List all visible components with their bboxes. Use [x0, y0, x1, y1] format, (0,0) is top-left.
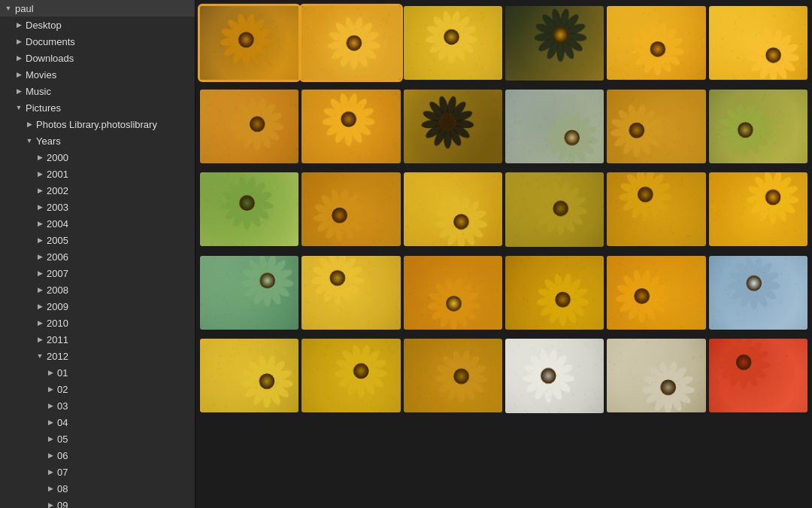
triangle-icon-m02	[45, 385, 56, 393]
sidebar-item-y2005[interactable]: 2005	[0, 232, 195, 248]
sidebar-item-m05[interactable]: 05	[0, 430, 195, 447]
photo-canvas-p8	[301, 90, 400, 163]
triangle-icon-downloads	[14, 54, 24, 62]
sidebar-item-y2010[interactable]: 2010	[0, 315, 195, 331]
photo-canvas-p9	[404, 90, 502, 163]
photo-canvas-p5	[607, 6, 705, 80]
sidebar-item-m04[interactable]: 04	[0, 414, 195, 430]
photo-cell-p5[interactable]	[607, 6, 705, 80]
photo-cell-p17[interactable]	[607, 172, 705, 246]
photo-canvas-p27	[404, 339, 502, 412]
sidebar-label-m02: 02	[56, 384, 195, 395]
photo-cell-p26[interactable]	[301, 339, 400, 412]
photo-canvas-p4	[505, 6, 604, 81]
sidebar-item-pictures[interactable]: Pictures	[0, 99, 195, 116]
photo-cell-p29[interactable]	[607, 339, 705, 412]
triangle-icon-y2001	[35, 170, 45, 178]
sidebar-label-y2002: 2002	[45, 185, 195, 196]
photo-canvas-p6	[709, 6, 807, 80]
sidebar-item-y2011[interactable]: 2011	[0, 331, 195, 348]
row-gap-0	[200, 84, 807, 87]
sidebar-label-y2003: 2003	[45, 202, 195, 213]
sidebar-item-y2006[interactable]: 2006	[0, 248, 195, 265]
sidebar-item-m01[interactable]: 01	[0, 364, 195, 381]
triangle-icon-y2005	[35, 236, 45, 244]
triangle-icon-music	[14, 87, 24, 95]
sidebar-item-y2001[interactable]: 2001	[0, 166, 195, 182]
photo-cell-p6[interactable]	[709, 6, 807, 80]
triangle-icon-m01	[45, 369, 56, 376]
sidebar-label-m05: 05	[56, 433, 195, 445]
sidebar-item-y2009[interactable]: 2009	[0, 298, 195, 315]
photo-main	[195, 0, 812, 508]
sidebar-item-m03[interactable]: 03	[0, 397, 195, 414]
photo-cell-p7[interactable]	[200, 90, 298, 163]
photo-cell-p25[interactable]	[200, 339, 298, 412]
sidebar-item-m07[interactable]: 07	[0, 464, 195, 480]
sidebar-item-photoslibrary[interactable]: Photos Library.photoslibrary	[0, 116, 195, 132]
photo-cell-p21[interactable]	[404, 256, 502, 330]
sidebar-label-downloads: Downloads	[24, 53, 195, 64]
photo-cell-p10[interactable]	[505, 90, 604, 164]
photo-cell-p3[interactable]	[404, 6, 502, 80]
photo-cell-p28[interactable]	[505, 339, 604, 413]
sidebar-label-y2009: 2009	[45, 301, 195, 312]
sidebar-item-y2004[interactable]: 2004	[0, 215, 195, 232]
sidebar-item-documents[interactable]: Documents	[0, 33, 195, 50]
triangle-icon-photoslibrary	[24, 120, 35, 128]
sidebar-item-y2008[interactable]: 2008	[0, 281, 195, 298]
photo-canvas-p24	[709, 256, 807, 330]
sidebar-item-years[interactable]: Years	[0, 132, 195, 149]
sidebar-item-movies[interactable]: Movies	[0, 66, 195, 83]
sidebar-item-desktop[interactable]: Desktop	[0, 17, 195, 33]
photo-cell-p12[interactable]	[709, 90, 807, 163]
photo-cell-p11[interactable]	[607, 90, 705, 163]
triangle-icon-y2006	[35, 253, 45, 260]
photo-cell-p15[interactable]	[404, 172, 502, 246]
photo-cell-p1[interactable]	[200, 6, 298, 80]
photo-canvas-p23	[607, 256, 705, 330]
sidebar-item-y2000[interactable]: 2000	[0, 149, 195, 166]
sidebar-item-y2007[interactable]: 2007	[0, 265, 195, 281]
photo-cell-p8[interactable]	[301, 90, 400, 163]
photo-cell-p2[interactable]	[301, 6, 400, 80]
sidebar-label-desktop: Desktop	[24, 20, 195, 31]
sidebar-label-documents: Documents	[24, 36, 195, 47]
sidebar-label-movies: Movies	[24, 69, 195, 81]
photo-cell-p27[interactable]	[404, 339, 502, 412]
photo-cell-p19[interactable]	[200, 256, 298, 330]
sidebar-label-music: Music	[24, 86, 195, 97]
sidebar-item-y2002[interactable]: 2002	[0, 182, 195, 199]
photo-cell-p9[interactable]	[404, 90, 502, 163]
sidebar-item-y2003[interactable]: 2003	[0, 199, 195, 215]
sidebar-item-paul[interactable]: paul	[0, 0, 195, 17]
photo-cell-p13[interactable]	[200, 172, 298, 246]
sidebar-item-m09[interactable]: 09	[0, 497, 195, 508]
sidebar-label-photoslibrary: Photos Library.photoslibrary	[35, 119, 195, 130]
triangle-icon-y2010	[35, 319, 45, 327]
sidebar-item-downloads[interactable]: Downloads	[0, 50, 195, 66]
photo-cell-p24[interactable]	[709, 256, 807, 330]
triangle-icon-m08	[45, 485, 56, 492]
triangle-icon-y2004	[35, 220, 45, 227]
photo-cell-p18[interactable]	[709, 172, 807, 246]
triangle-icon-y2003	[35, 203, 45, 211]
photo-cell-p16[interactable]	[505, 172, 604, 247]
sidebar-item-m06[interactable]: 06	[0, 447, 195, 464]
triangle-icon-documents	[14, 38, 24, 45]
sidebar-item-m08[interactable]: 08	[0, 480, 195, 497]
sidebar-item-y2012[interactable]: 2012	[0, 348, 195, 364]
sidebar-item-music[interactable]: Music	[0, 83, 195, 99]
photo-cell-p23[interactable]	[607, 256, 705, 330]
photo-cell-p30[interactable]	[709, 339, 807, 412]
photo-cell-p20[interactable]	[301, 256, 400, 330]
sidebar-item-m02[interactable]: 02	[0, 381, 195, 397]
sidebar-label-years: Years	[35, 135, 195, 147]
photo-canvas-p2	[301, 6, 400, 80]
photo-cell-p4[interactable]	[505, 6, 604, 81]
photo-cell-p14[interactable]	[301, 172, 400, 246]
triangle-icon-paul	[3, 5, 14, 12]
photo-canvas-p19	[200, 256, 298, 330]
photo-cell-p22[interactable]	[505, 256, 604, 330]
sidebar: paulDesktopDocumentsDownloadsMoviesMusic…	[0, 0, 195, 508]
